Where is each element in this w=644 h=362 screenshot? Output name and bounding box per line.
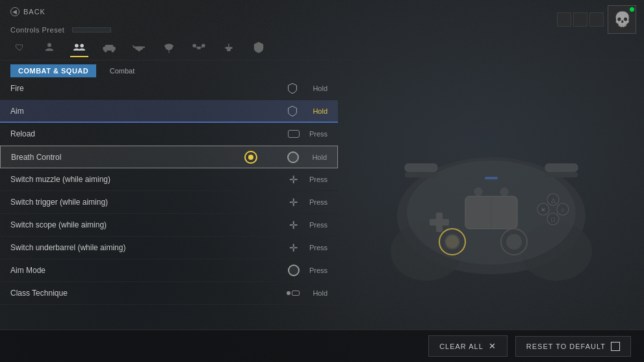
action-fire: Hold: [305, 84, 328, 92]
svg-point-2: [80, 44, 84, 48]
clear-all-button[interactable]: CLEAR ALL ✕: [428, 335, 508, 357]
control-row-switch-underbarrel[interactable]: Switch underbarrel (while aiming) Press: [0, 237, 338, 259]
control-row-switch-muzzle[interactable]: Switch muzzle (while aiming) Press: [0, 168, 338, 191]
control-row-aim[interactable]: Aim Hold: [0, 100, 338, 123]
touchpad-btn-reload: [288, 130, 300, 138]
control-binding-aim: Hold: [250, 104, 328, 118]
svg-point-5: [104, 49, 107, 52]
control-row-breath-control[interactable]: Breath Control Hold: [0, 146, 338, 168]
svg-rect-10: [133, 45, 135, 47]
cat-icon-turret[interactable]: [220, 39, 238, 57]
clear-all-label: CLEAR ALL: [439, 343, 483, 350]
action-muzzle: Press: [305, 175, 328, 183]
page-wrapper: ◀ BACK 💀 Controls Preset 🛡: [0, 0, 644, 362]
avatar-slot-3: [589, 12, 604, 27]
reset-icon: [611, 342, 620, 351]
x-icon: ✕: [489, 341, 496, 351]
svg-rect-26: [405, 164, 437, 172]
back-icon: ◀: [10, 7, 19, 16]
control-row-fire[interactable]: Fire Hold: [0, 77, 338, 100]
control-binding-underbarrel: Press: [250, 241, 328, 254]
svg-point-1: [75, 44, 79, 48]
back-label: BACK: [23, 8, 45, 16]
control-row-class-technique[interactable]: Class Technique Hold: [0, 282, 338, 305]
cat-icon-parachute[interactable]: [160, 39, 178, 57]
rs-btn-aim-mode: [288, 265, 300, 276]
cat-icon-vehicle[interactable]: [100, 39, 118, 57]
control-row-switch-scope[interactable]: Switch scope (while aiming) Press: [0, 214, 338, 237]
svg-text:△: △: [550, 197, 555, 203]
reset-default-button[interactable]: RESET TO DEFAULT: [515, 336, 631, 357]
avatar-main: 💀: [608, 5, 636, 34]
cat-icon-drone[interactable]: [190, 39, 208, 57]
combo-icons-class: [287, 291, 300, 296]
right-panel: ✕ △ ○ □: [338, 60, 644, 344]
control-binding-fire: Hold: [250, 81, 328, 96]
control-name-switch-underbarrel: Switch underbarrel (while aiming): [10, 243, 250, 252]
svg-rect-28: [545, 164, 578, 172]
select-ring: [244, 151, 257, 164]
svg-rect-27: [405, 172, 437, 177]
control-row-switch-trigger[interactable]: Switch trigger (while aiming) Press: [0, 191, 338, 214]
dpad-btn-underbarrel: [287, 241, 300, 254]
action-breath: Hold: [304, 153, 327, 161]
online-dot: [630, 7, 634, 12]
preset-label: Controls Preset: [10, 26, 64, 34]
dpad-btn-scope: [287, 218, 300, 231]
control-name-aim-mode: Aim Mode: [10, 266, 250, 275]
control-name-switch-trigger: Switch trigger (while aiming): [10, 198, 250, 207]
svg-rect-9: [133, 47, 145, 48]
preset-bar: Controls Preset: [0, 23, 644, 36]
sub-tab[interactable]: Combat: [99, 64, 146, 77]
control-name-fire: Fire: [10, 84, 250, 93]
control-binding-scope: Press: [250, 218, 328, 231]
shield-btn-fire: [285, 81, 300, 96]
svg-rect-48: [485, 177, 498, 179]
cat-icon-squad[interactable]: [70, 39, 88, 57]
reset-label: RESET TO DEFAULT: [526, 343, 606, 350]
action-class-technique: Hold: [305, 289, 328, 297]
svg-rect-29: [545, 172, 578, 177]
bottom-bar: CLEAR ALL ✕ RESET TO DEFAULT: [0, 330, 644, 362]
svg-point-44: [474, 188, 482, 196]
left-panel: COMBAT & SQUAD Combat Fire Hold Aim: [0, 60, 338, 344]
avatar-slot-1: [557, 12, 571, 27]
cat-icon-shield2[interactable]: [250, 39, 268, 57]
action-trigger: Press: [305, 198, 328, 206]
svg-point-0: [47, 43, 51, 47]
svg-rect-4: [105, 45, 113, 48]
svg-rect-19: [225, 47, 232, 49]
control-name-reload: Reload: [10, 129, 250, 138]
action-reload: Press: [305, 130, 328, 138]
avatar-area: 💀: [557, 5, 636, 34]
top-bar: ◀ BACK: [0, 0, 644, 23]
cat-icon-person[interactable]: [40, 39, 58, 57]
dpad-btn-trigger: [287, 196, 300, 209]
svg-point-35: [506, 234, 522, 250]
cat-icon-shield[interactable]: 🛡: [10, 39, 29, 57]
control-row-reload[interactable]: Reload Press: [0, 123, 338, 146]
avatar-slot-2: [573, 12, 587, 27]
control-name-class-technique: Class Technique: [10, 289, 250, 298]
ls-btn-breath: [287, 151, 299, 163]
cat-icon-heli[interactable]: [130, 39, 148, 57]
svg-text:□: □: [551, 216, 555, 223]
control-row-aim-mode[interactable]: Aim Mode Press: [0, 259, 338, 282]
section-tab[interactable]: COMBAT & SQUAD: [10, 64, 96, 77]
controller-illustration: ✕ △ ○ □: [378, 115, 605, 291]
preset-box[interactable]: [72, 27, 111, 32]
action-aim: Hold: [305, 107, 328, 115]
back-button[interactable]: ◀ BACK: [10, 7, 45, 16]
control-binding-breath: Hold: [249, 151, 327, 163]
control-name-aim: Aim: [10, 107, 250, 116]
control-binding-aim-mode: Press: [250, 265, 328, 276]
avatar-slots: [557, 12, 604, 27]
svg-rect-31: [430, 219, 449, 226]
category-row: 🛡: [0, 36, 644, 60]
control-name-switch-muzzle: Switch muzzle (while aiming): [10, 175, 250, 184]
action-underbarrel: Press: [305, 244, 328, 252]
control-binding-reload: Press: [250, 130, 328, 138]
svg-text:○: ○: [561, 207, 564, 213]
control-name-switch-scope: Switch scope (while aiming): [10, 220, 250, 229]
combo-rect: [292, 291, 300, 296]
